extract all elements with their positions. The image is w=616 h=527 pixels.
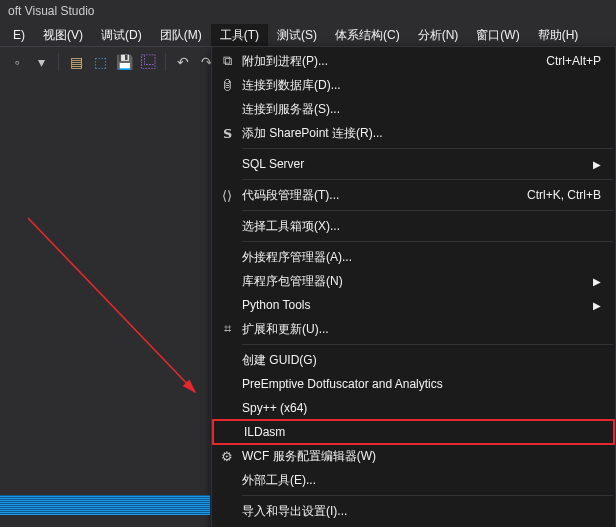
menu-entry-label: 添加 SharePoint 连接(R)... bbox=[242, 125, 601, 142]
save-all-button[interactable]: ⿺ bbox=[137, 51, 159, 73]
menu-separator bbox=[242, 495, 613, 496]
menu-entry-label: 外部工具(E)... bbox=[242, 472, 601, 489]
menu-entry-icon: 🛢 bbox=[212, 78, 242, 93]
menu-item-0[interactable]: E) bbox=[4, 25, 34, 45]
menu-entry[interactable]: ⧉附加到进程(P)...Ctrl+Alt+P bbox=[212, 49, 615, 73]
menu-entry-label: 代码段管理器(T)... bbox=[242, 187, 503, 204]
menu-entry-icon: ⧉ bbox=[212, 53, 242, 69]
title-bar: oft Visual Studio bbox=[0, 0, 616, 24]
menu-separator bbox=[242, 148, 613, 149]
menu-item-1[interactable]: 视图(V) bbox=[34, 24, 92, 47]
menu-entry[interactable]: 连接到服务器(S)... bbox=[212, 97, 615, 121]
status-strip bbox=[0, 495, 210, 515]
menu-entry-icon: ⚙ bbox=[212, 449, 242, 464]
menu-separator bbox=[242, 210, 613, 211]
menu-separator bbox=[242, 241, 613, 242]
menu-entry[interactable]: 外接程序管理器(A)... bbox=[212, 245, 615, 269]
submenu-arrow-icon: ▶ bbox=[593, 159, 601, 170]
menu-separator bbox=[242, 179, 613, 180]
menu-entry-label: 连接到服务器(S)... bbox=[242, 101, 601, 118]
submenu-arrow-icon: ▶ bbox=[593, 300, 601, 311]
menu-entry[interactable]: PreEmptive Dotfuscator and Analytics bbox=[212, 372, 615, 396]
menu-entry[interactable]: 库程序包管理器(N)▶ bbox=[212, 269, 615, 293]
menu-entry[interactable]: 自定义(C)... bbox=[212, 523, 615, 527]
menu-item-9[interactable]: 帮助(H) bbox=[529, 24, 588, 47]
menu-entry-label: PreEmptive Dotfuscator and Analytics bbox=[242, 377, 601, 391]
menu-entry-label: 连接到数据库(D)... bbox=[242, 77, 601, 94]
new-button[interactable]: ▤ bbox=[65, 51, 87, 73]
menu-entry-label: WCF 服务配置编辑器(W) bbox=[242, 448, 601, 465]
menu-entry[interactable]: ⟨⟩代码段管理器(T)...Ctrl+K, Ctrl+B bbox=[212, 183, 615, 207]
menu-entry-label: 选择工具箱项(X)... bbox=[242, 218, 601, 235]
menu-bar: E)视图(V)调试(D)团队(M)工具(T)测试(S)体系结构(C)分析(N)窗… bbox=[0, 24, 616, 46]
menu-entry[interactable]: ILDasm bbox=[212, 419, 615, 445]
app-title: oft Visual Studio bbox=[8, 4, 95, 18]
nav-fwd-button[interactable]: ▾ bbox=[30, 51, 52, 73]
undo-button[interactable]: ↶ bbox=[172, 51, 194, 73]
menu-entry[interactable]: ⚙WCF 服务配置编辑器(W) bbox=[212, 444, 615, 468]
menu-entry-icon: 𝗦 bbox=[212, 126, 242, 141]
menu-entry-label: 库程序包管理器(N) bbox=[242, 273, 585, 290]
menu-entry[interactable]: ⌗扩展和更新(U)... bbox=[212, 317, 615, 341]
menu-entry-icon: ⌗ bbox=[212, 321, 242, 337]
tools-dropdown: ⧉附加到进程(P)...Ctrl+Alt+P🛢连接到数据库(D)...连接到服务… bbox=[211, 46, 616, 527]
menu-entry-label: 扩展和更新(U)... bbox=[242, 321, 601, 338]
menu-entry-icon: ⟨⟩ bbox=[212, 188, 242, 203]
menu-item-8[interactable]: 窗口(W) bbox=[467, 24, 528, 47]
menu-entry[interactable]: SQL Server▶ bbox=[212, 152, 615, 176]
nav-back-button[interactable]: ◦ bbox=[6, 51, 28, 73]
menu-entry[interactable]: 🛢连接到数据库(D)... bbox=[212, 73, 615, 97]
menu-entry[interactable]: Python Tools▶ bbox=[212, 293, 615, 317]
menu-item-4[interactable]: 工具(T) bbox=[211, 24, 268, 47]
menu-entry-label: 创建 GUID(G) bbox=[242, 352, 601, 369]
menu-item-6[interactable]: 体系结构(C) bbox=[326, 24, 409, 47]
menu-item-5[interactable]: 测试(S) bbox=[268, 24, 326, 47]
save-button[interactable]: 💾 bbox=[113, 51, 135, 73]
menu-entry[interactable]: Spy++ (x64) bbox=[212, 396, 615, 420]
menu-entry[interactable]: 外部工具(E)... bbox=[212, 468, 615, 492]
menu-entry[interactable]: 𝗦添加 SharePoint 连接(R)... bbox=[212, 121, 615, 145]
menu-entry-label: Spy++ (x64) bbox=[242, 401, 601, 415]
menu-entry-label: 附加到进程(P)... bbox=[242, 53, 522, 70]
menu-separator bbox=[242, 344, 613, 345]
menu-entry-shortcut: Ctrl+K, Ctrl+B bbox=[527, 188, 601, 202]
menu-entry-label: ILDasm bbox=[244, 425, 599, 439]
menu-item-3[interactable]: 团队(M) bbox=[151, 24, 211, 47]
menu-entry-shortcut: Ctrl+Alt+P bbox=[546, 54, 601, 68]
menu-entry-label: SQL Server bbox=[242, 157, 585, 171]
menu-entry-label: Python Tools bbox=[242, 298, 585, 312]
menu-item-2[interactable]: 调试(D) bbox=[92, 24, 151, 47]
menu-entry[interactable]: 选择工具箱项(X)... bbox=[212, 214, 615, 238]
menu-entry[interactable]: 导入和导出设置(I)... bbox=[212, 499, 615, 523]
menu-entry[interactable]: 创建 GUID(G) bbox=[212, 348, 615, 372]
open-button[interactable]: ⬚ bbox=[89, 51, 111, 73]
menu-item-7[interactable]: 分析(N) bbox=[409, 24, 468, 47]
submenu-arrow-icon: ▶ bbox=[593, 276, 601, 287]
menu-entry-label: 外接程序管理器(A)... bbox=[242, 249, 601, 266]
svg-line-0 bbox=[28, 218, 195, 392]
menu-entry-label: 导入和导出设置(I)... bbox=[242, 503, 601, 520]
